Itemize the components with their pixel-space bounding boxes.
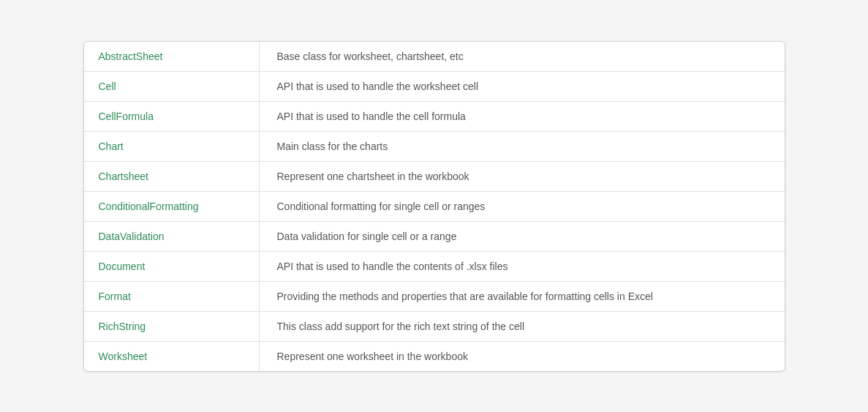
class-description: API that is used to handle the worksheet… [260,72,785,101]
api-table: AbstractSheetBase class for worksheet, c… [83,41,785,372]
class-name[interactable]: Chartsheet [84,162,260,191]
class-description: This class add support for the rich text… [260,312,785,341]
class-description: API that is used to handle the contents … [260,252,785,281]
table-row[interactable]: DocumentAPI that is used to handle the c… [84,252,785,282]
table-row[interactable]: CellAPI that is used to handle the works… [84,72,785,102]
class-name[interactable]: Cell [84,72,260,101]
class-name[interactable]: Worksheet [84,342,260,371]
table-row[interactable]: ChartMain class for the charts [84,132,785,162]
table-row[interactable]: RichStringThis class add support for the… [84,312,785,342]
class-name[interactable]: AbstractSheet [84,42,260,71]
class-description: Main class for the charts [260,132,785,161]
table-row[interactable]: ConditionalFormattingConditional formatt… [84,192,785,222]
table-row[interactable]: FormatProviding the methods and properti… [84,282,785,312]
table-row[interactable]: CellFormulaAPI that is used to handle th… [84,102,785,132]
class-description: Data validation for single cell or a ran… [260,222,785,251]
class-name[interactable]: Chart [84,132,260,161]
class-name[interactable]: DataValidation [84,222,260,251]
class-description: Providing the methods and properties tha… [260,282,785,311]
class-name[interactable]: RichString [84,312,260,341]
class-description: API that is used to handle the cell form… [260,102,785,131]
class-description: Represent one worksheet in the workbook [260,342,785,371]
class-description: Represent one chartsheet in the workbook [260,162,785,191]
table-row[interactable]: ChartsheetRepresent one chartsheet in th… [84,162,785,192]
class-name[interactable]: Format [84,282,260,311]
class-description: Base class for worksheet, chartsheet, et… [260,42,785,71]
table-row[interactable]: WorksheetRepresent one worksheet in the … [84,342,785,371]
table-row[interactable]: AbstractSheetBase class for worksheet, c… [84,42,785,72]
table-row[interactable]: DataValidationData validation for single… [84,222,785,252]
class-description: Conditional formatting for single cell o… [260,192,785,221]
class-name[interactable]: Document [84,252,260,281]
class-name[interactable]: CellFormula [84,102,260,131]
class-name[interactable]: ConditionalFormatting [84,192,260,221]
